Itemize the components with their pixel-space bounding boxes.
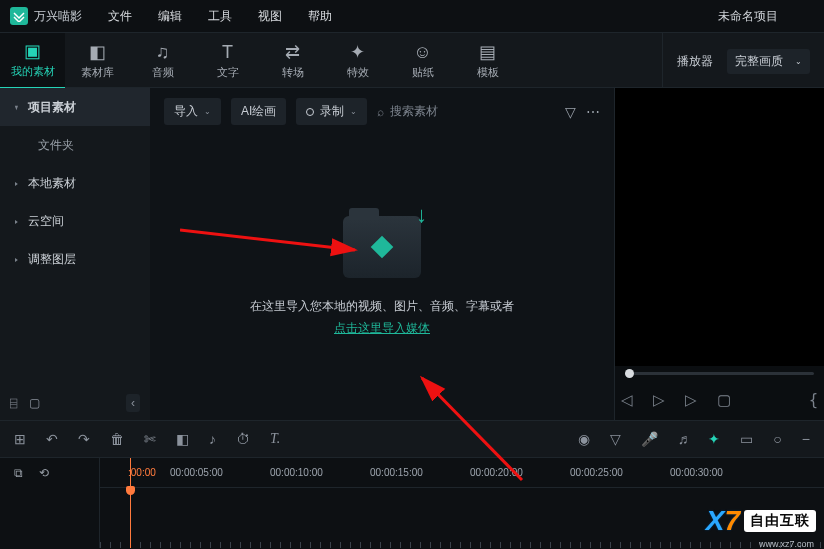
tab-stock[interactable]: ◧素材库 xyxy=(65,33,130,89)
music-icon: ♫ xyxy=(156,43,170,61)
preview-viewport xyxy=(615,88,824,366)
filter-icon[interactable]: ▽ xyxy=(565,104,576,120)
app-name: 万兴喵影 xyxy=(34,8,82,25)
main-tabs: ▣我的素材 ◧素材库 ♫音频 T文字 ⇄转场 ✦特效 ☺贴纸 ▤模板 播放器 完… xyxy=(0,32,824,88)
tab-transition[interactable]: ⇄转场 xyxy=(260,33,325,89)
folder-icon: ▣ xyxy=(24,42,41,60)
timeline-track-headers: ⧉⟲ xyxy=(0,458,100,548)
chevron-down-icon: ⌄ xyxy=(350,107,357,116)
crop-icon[interactable]: ◧ xyxy=(176,431,189,447)
tab-audio[interactable]: ♫音频 xyxy=(130,33,195,89)
chevron-down-icon: ⌄ xyxy=(795,57,802,66)
text-tool-icon[interactable]: T. xyxy=(270,431,280,447)
search-icon: ⌕ xyxy=(377,105,384,119)
sidebar-folder[interactable]: 文件夹 xyxy=(0,126,150,164)
more-icon[interactable]: ⋯ xyxy=(586,104,600,120)
mic-icon[interactable]: 🎤 xyxy=(641,431,658,447)
undo-icon[interactable]: ↶ xyxy=(46,431,58,447)
ai-tool-icon[interactable]: ✦ xyxy=(708,431,720,447)
tab-template[interactable]: ▤模板 xyxy=(455,33,520,89)
import-link[interactable]: 点击这里导入媒体 xyxy=(334,321,430,335)
box-icon: ◧ xyxy=(89,43,106,61)
marker-icon[interactable]: ▽ xyxy=(610,431,621,447)
target-icon[interactable]: ◉ xyxy=(578,431,590,447)
sidebar-cloud[interactable]: ▸云空间 xyxy=(0,202,150,240)
preview-progress[interactable] xyxy=(615,366,824,380)
import-button[interactable]: 导入⌄ xyxy=(164,98,221,125)
sidebar-footer: ⌸ ▢ ‹ xyxy=(0,386,150,420)
timeline-ruler[interactable]: :00:00 00:00:05:00 00:00:10:00 00:00:15:… xyxy=(100,458,824,488)
audio-icon[interactable]: ♪ xyxy=(209,431,216,447)
titlebar: 万兴喵影 文件 编辑 工具 视图 帮助 未命名项目 xyxy=(0,0,824,32)
preview-panel: ◁ ▷ ▷ ▢ { xyxy=(614,88,824,420)
collapse-sidebar-icon[interactable]: ‹ xyxy=(126,394,140,412)
menu-file[interactable]: 文件 xyxy=(108,8,132,25)
circle-icon[interactable]: ○ xyxy=(773,431,781,447)
media-sidebar: ▾项目素材 文件夹 ▸本地素材 ▸云空间 ▸调整图层 ⌸ ▢ ‹ xyxy=(0,88,150,420)
import-dropzone[interactable]: ↓ 在这里导入您本地的视频、图片、音频、字幕或者 点击这里导入媒体 xyxy=(150,135,614,420)
preview-title: 播放器 xyxy=(677,53,713,70)
search-media[interactable]: ⌕搜索素材 xyxy=(377,103,555,120)
progress-knob[interactable] xyxy=(625,369,634,378)
speed-icon[interactable]: ⏱ xyxy=(236,431,250,447)
ai-paint-button[interactable]: AI绘画 xyxy=(231,98,286,125)
content-toolbar: 导入⌄ AI绘画 录制⌄ ⌕搜索素材 ▽ ⋯ xyxy=(150,88,614,135)
stop-icon[interactable]: ▢ xyxy=(717,391,731,409)
split-icon[interactable]: ▭ xyxy=(740,431,753,447)
minus-icon[interactable]: − xyxy=(802,431,810,447)
folder-graphic: ↓ xyxy=(343,216,421,278)
next-frame-icon[interactable]: ▷ xyxy=(685,391,697,409)
watermark: X7 自由互联 www.xz7.com xyxy=(706,505,816,537)
preview-controls: ◁ ▷ ▷ ▢ { xyxy=(615,380,824,420)
menu-tools[interactable]: 工具 xyxy=(208,8,232,25)
sidebar-adjustment[interactable]: ▸调整图层 xyxy=(0,240,150,278)
chevron-right-icon: ▸ xyxy=(15,217,18,226)
media-content: 导入⌄ AI绘画 录制⌄ ⌕搜索素材 ▽ ⋯ ↓ 在这里导入您本地的视频、图片、… xyxy=(150,88,614,420)
record-button[interactable]: 录制⌄ xyxy=(296,98,367,125)
sidebar-project-media[interactable]: ▾项目素材 xyxy=(0,88,150,126)
tab-my-media[interactable]: ▣我的素材 xyxy=(0,33,65,89)
template-icon: ▤ xyxy=(479,43,496,61)
cut-icon[interactable]: ✄ xyxy=(144,431,156,447)
chevron-down-icon: ⌄ xyxy=(204,107,211,116)
timeline: ⧉⟲ :00:00 00:00:05:00 00:00:10:00 00:00:… xyxy=(0,458,824,548)
app-logo: 万兴喵影 xyxy=(10,7,82,25)
timeline-toolbar: ⊞ ↶ ↷ 🗑 ✄ ◧ ♪ ⏱ T. ◉ ▽ 🎤 ♬ ✦ ▭ ○ − xyxy=(0,420,824,458)
folder-icon[interactable]: ▢ xyxy=(29,396,40,410)
prev-frame-icon[interactable]: ◁ xyxy=(621,391,633,409)
wand-icon: ✦ xyxy=(350,43,365,61)
new-folder-icon[interactable]: ⌸ xyxy=(10,396,17,410)
grid-icon[interactable]: ⊞ xyxy=(14,431,26,447)
redo-icon[interactable]: ↷ xyxy=(78,431,90,447)
app-logo-icon xyxy=(10,7,28,25)
music-tool-icon[interactable]: ♬ xyxy=(678,431,689,447)
sticker-icon: ☺ xyxy=(413,43,431,61)
brace-icon[interactable]: { xyxy=(809,391,818,409)
menu-edit[interactable]: 编辑 xyxy=(158,8,182,25)
chevron-down-icon: ▾ xyxy=(15,103,18,112)
download-arrow-icon: ↓ xyxy=(416,202,427,228)
menu-help[interactable]: 帮助 xyxy=(308,8,332,25)
play-icon[interactable]: ▷ xyxy=(653,391,665,409)
layers-icon[interactable]: ⧉ xyxy=(14,466,23,480)
preview-header: 播放器 完整画质⌄ xyxy=(662,33,824,89)
quality-select[interactable]: 完整画质⌄ xyxy=(727,49,810,74)
transition-icon: ⇄ xyxy=(285,43,300,61)
watermark-logo-icon: X7 xyxy=(706,505,740,537)
tab-effects[interactable]: ✦特效 xyxy=(325,33,390,89)
chevron-right-icon: ▸ xyxy=(15,255,18,264)
text-icon: T xyxy=(222,43,233,61)
tab-sticker[interactable]: ☺贴纸 xyxy=(390,33,455,89)
project-title: 未命名项目 xyxy=(718,8,778,25)
playhead[interactable] xyxy=(130,458,131,548)
sidebar-local[interactable]: ▸本地素材 xyxy=(0,164,150,202)
delete-icon[interactable]: 🗑 xyxy=(110,431,124,447)
link-icon[interactable]: ⟲ xyxy=(39,466,49,480)
tab-text[interactable]: T文字 xyxy=(195,33,260,89)
record-icon xyxy=(306,108,314,116)
dropzone-text: 在这里导入您本地的视频、图片、音频、字幕或者 点击这里导入媒体 xyxy=(250,296,514,339)
menu-view[interactable]: 视图 xyxy=(258,8,282,25)
chevron-right-icon: ▸ xyxy=(15,179,18,188)
